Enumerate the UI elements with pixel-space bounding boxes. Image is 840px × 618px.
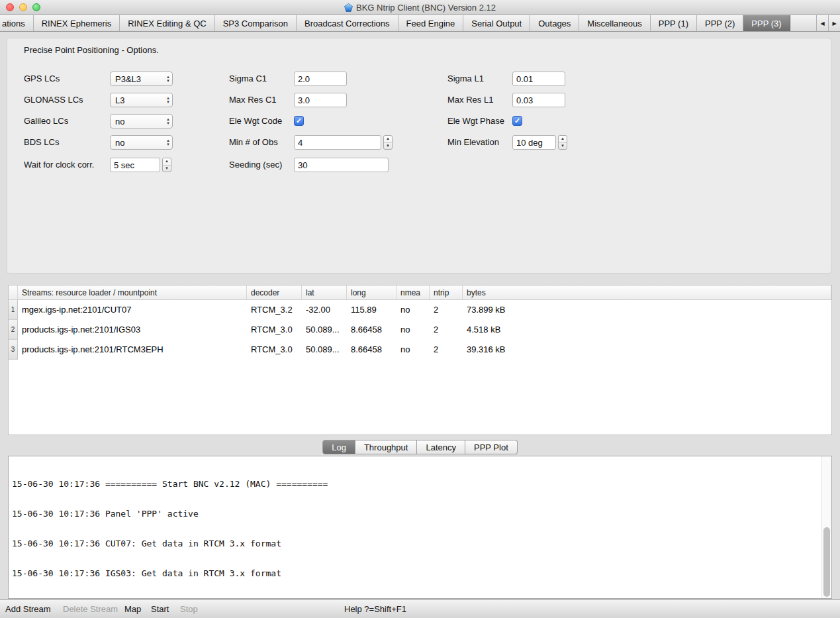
log-line: 15-06-30 10:17:36 IGS03: Get data in RTC…: [12, 568, 829, 578]
stream-nmea: no: [397, 300, 430, 320]
bds-lcs-value: no: [115, 138, 124, 148]
bottom-toolbar: Add Stream Delete Stream Map Start Stop …: [0, 599, 840, 618]
stream-lat: 50.089...: [302, 340, 347, 360]
seeding-input[interactable]: [294, 158, 389, 172]
tab-latency[interactable]: Latency: [417, 440, 465, 454]
gps-lcs-select[interactable]: P3&L3 ▲▼: [110, 72, 173, 86]
stream-row[interactable]: 1 mgex.igs-ip.net:2101/CUT07 RTCM_3.2 -3…: [9, 300, 831, 320]
tab-outages[interactable]: Outages: [530, 15, 579, 31]
stop-button[interactable]: Stop: [180, 600, 198, 618]
delete-stream-button[interactable]: Delete Stream: [63, 600, 118, 618]
tab-rinex-ephemeris[interactable]: RINEX Ephemeris: [34, 15, 120, 31]
log-panel: 15-06-30 10:17:36 ========== Start BNC v…: [8, 456, 832, 599]
stepper-down-icon[interactable]: ▼: [559, 143, 567, 150]
min-elevation-label: Min Elevation: [447, 135, 499, 150]
min-elevation-input[interactable]: [512, 135, 556, 150]
stream-nmea: no: [397, 320, 430, 340]
stream-long: 8.66458: [347, 320, 397, 340]
sigma-c1-label: Sigma C1: [229, 72, 267, 86]
long-column-header: long: [347, 285, 397, 299]
stream-source: products.igs-ip.net:2101/IGS03: [18, 320, 247, 340]
source-column-header: Streams: resource loader / mountpoint: [18, 285, 247, 299]
minimize-button[interactable]: [19, 3, 27, 11]
stream-row[interactable]: 3 products.igs-ip.net:2101/RTCM3EPH RTCM…: [9, 340, 831, 360]
stepper-up-icon[interactable]: ▲: [163, 158, 171, 166]
gps-lcs-value: P3&L3: [115, 74, 141, 84]
glonass-lcs-select[interactable]: L3 ▲▼: [110, 93, 173, 107]
tab-scroll-left-button[interactable]: ◀: [816, 15, 828, 31]
galileo-lcs-value: no: [115, 117, 124, 127]
tab-rinex-editing-qc[interactable]: RINEX Editing & QC: [120, 15, 215, 31]
stream-source: mgex.igs-ip.net:2101/CUT07: [18, 300, 247, 320]
close-button[interactable]: [6, 3, 14, 11]
log-line: 15-06-30 10:17:36 RTCM3EPH: Get data in …: [12, 598, 829, 599]
log-line: 15-06-30 10:17:36 Panel 'PPP' active: [12, 509, 829, 519]
ntrip-column-header: ntrip: [430, 285, 463, 299]
stepper-down-icon[interactable]: ▼: [163, 166, 171, 172]
log-scrollbar-thumb[interactable]: [823, 527, 830, 597]
min-obs-stepper[interactable]: ▲ ▼: [383, 135, 393, 150]
sigma-l1-input[interactable]: [512, 72, 565, 86]
ele-wgt-phase-checkbox[interactable]: ✓: [512, 116, 522, 126]
galileo-lcs-select[interactable]: no ▲▼: [110, 114, 173, 129]
tab-sp3-comparison[interactable]: SP3 Comparison: [215, 15, 297, 31]
wait-clock-corr-input[interactable]: [110, 158, 160, 172]
tab-ppp-2[interactable]: PPP (2): [697, 15, 743, 31]
glonass-lcs-value: L3: [115, 95, 124, 105]
window-title: BKG Ntrip Client (BNC) Version 2.12: [356, 3, 496, 13]
stream-bytes: 39.316 kB: [463, 340, 831, 360]
bytes-column-header: bytes: [463, 285, 831, 299]
tab-serial-output[interactable]: Serial Output: [463, 15, 530, 31]
tab-broadcast-corrections[interactable]: Broadcast Corrections: [297, 15, 398, 31]
tab-miscellaneous[interactable]: Miscellaneous: [579, 15, 650, 31]
main-tab-bar: ations RINEX Ephemeris RINEX Editing & Q…: [0, 15, 840, 32]
stream-ntrip: 2: [430, 340, 463, 360]
stepper-up-icon[interactable]: ▲: [384, 136, 392, 143]
combo-arrows-icon: ▲▼: [166, 117, 170, 125]
ele-wgt-code-checkbox[interactable]: ✓: [294, 116, 304, 126]
max-res-c1-input[interactable]: [294, 93, 347, 107]
nmea-column-header: nmea: [397, 285, 430, 299]
stream-decoder: RTCM_3.0: [247, 340, 302, 360]
start-button[interactable]: Start: [151, 600, 169, 618]
sigma-c1-input[interactable]: [294, 72, 347, 86]
max-res-l1-label: Max Res L1: [447, 93, 493, 107]
ele-wgt-code-label: Ele Wgt Code: [229, 114, 282, 129]
tab-ppp-1[interactable]: PPP (1): [651, 15, 697, 31]
checkmark-icon: ✓: [296, 117, 302, 125]
bnc-window: BKG Ntrip Client (BNC) Version 2.12 atio…: [0, 0, 840, 618]
tab-rinex-observations[interactable]: ations: [0, 15, 34, 31]
tab-feed-engine[interactable]: Feed Engine: [398, 15, 464, 31]
tab-bar-spacer: [790, 15, 816, 31]
streams-header-row: Streams: resource loader / mountpoint de…: [9, 285, 831, 300]
tab-ppp-plot[interactable]: PPP Plot: [465, 440, 518, 454]
stepper-up-icon[interactable]: ▲: [559, 136, 567, 143]
decoder-column-header: decoder: [247, 285, 302, 299]
stream-lat: 50.089...: [302, 320, 347, 340]
stream-row[interactable]: 2 products.igs-ip.net:2101/IGS03 RTCM_3.…: [9, 320, 831, 340]
glonass-lcs-label: GLONASS LCs: [24, 93, 83, 107]
add-stream-button[interactable]: Add Stream: [5, 600, 51, 618]
max-res-c1-label: Max Res C1: [229, 93, 277, 107]
log-scrollbar[interactable]: [821, 456, 831, 598]
stream-decoder: RTCM_3.2: [247, 300, 302, 320]
min-obs-input[interactable]: [294, 135, 381, 150]
stream-ntrip: 2: [430, 300, 463, 320]
help-button[interactable]: Help ?=Shift+F1: [344, 600, 406, 618]
stream-long: 8.66458: [347, 340, 397, 360]
tab-ppp-3[interactable]: PPP (3): [743, 15, 790, 31]
tab-log[interactable]: Log: [322, 440, 355, 454]
max-res-l1-input[interactable]: [512, 93, 565, 107]
ele-wgt-phase-label: Ele Wgt Phase: [447, 114, 504, 129]
tab-scroll-right-button[interactable]: ▶: [828, 15, 840, 31]
wait-clock-corr-stepper[interactable]: ▲ ▼: [162, 158, 171, 172]
bds-lcs-select[interactable]: no ▲▼: [110, 135, 173, 150]
checkmark-icon: ✓: [514, 117, 520, 125]
tab-throughput[interactable]: Throughput: [355, 440, 418, 454]
stepper-down-icon[interactable]: ▼: [384, 143, 392, 150]
stream-ntrip: 2: [430, 320, 463, 340]
map-button[interactable]: Map: [124, 600, 141, 618]
stream-long: 115.89: [347, 300, 397, 320]
zoom-button[interactable]: [32, 3, 40, 11]
min-elevation-stepper[interactable]: ▲ ▼: [558, 135, 567, 150]
